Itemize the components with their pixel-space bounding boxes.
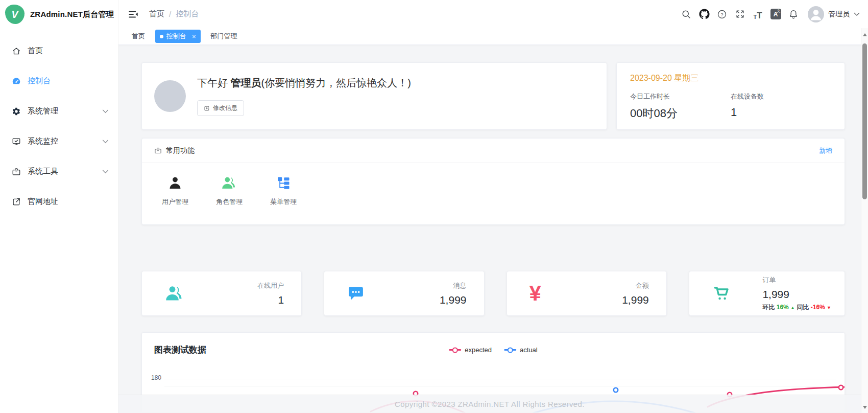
tab-home[interactable]: 首页	[129, 30, 148, 43]
github-icon[interactable]	[698, 9, 710, 20]
yen-glyph: ¥	[529, 283, 541, 304]
tab-label: 控制台	[166, 32, 186, 41]
font-size-icon[interactable]: TT	[752, 9, 763, 20]
sidebar-item-dashboard[interactable]: 控制台	[0, 66, 118, 96]
quick-functions-card: 常用功能 新增 用户管理 角色管理 菜单管理	[141, 138, 845, 225]
scrollbar-thumb[interactable]	[862, 43, 867, 199]
legend-item-actual[interactable]: actual	[504, 346, 538, 354]
stat-card-online-users[interactable]: 在线用户 1	[141, 271, 302, 316]
translate-icon[interactable]: A文	[770, 9, 781, 20]
work-duration-value: 00时08分	[630, 106, 731, 121]
svg-text:?: ?	[720, 11, 723, 17]
bell-icon[interactable]	[788, 9, 799, 20]
sidebar-fold-icon[interactable]	[128, 8, 140, 20]
chart-title: 图表测试数据	[154, 344, 206, 356]
tab-label: 首页	[132, 32, 145, 41]
breadcrumb-separator: /	[169, 10, 171, 18]
y-axis-tick: 180	[145, 374, 161, 381]
greeting-username: 管理员	[231, 77, 261, 88]
monitor-icon	[12, 137, 21, 146]
stat-card-amount[interactable]: ¥ 金额 1,999	[507, 271, 667, 316]
stats-row: 在线用户 1 消息 1,999 ¥ 金额 1,999	[141, 271, 845, 316]
work-duration: 今日工作时长 00时08分	[630, 92, 731, 121]
greeting-suffix: (你要悄悄努力，然后惊艳众人！)	[261, 77, 411, 88]
greeting-prefix: 下午好	[197, 77, 231, 88]
app-logo: V	[5, 5, 25, 24]
main-content: 下午好 管理员(你要悄悄努力，然后惊艳众人！) 修改信息 2023-09-20 …	[118, 45, 861, 413]
stat-value: 1,999	[440, 294, 467, 306]
vertical-scrollbar[interactable]	[861, 28, 868, 413]
stat-card-orders[interactable]: 订单 1,999 环比 16% ▲ 同比 -16% ▼	[689, 271, 845, 316]
quick-item-role-management[interactable]: 角色管理	[208, 173, 250, 206]
edit-button-label: 修改信息	[213, 104, 237, 112]
user-menu[interactable]: 管理员	[808, 6, 860, 22]
user-avatar-large[interactable]	[154, 80, 186, 112]
sidebar: V ZRAdmin.NET后台管理 首页 控制台 系统管理	[0, 0, 118, 413]
chevron-down-icon	[102, 109, 109, 113]
chevron-down-icon	[102, 170, 109, 174]
sidebar-item-system-monitor[interactable]: 系统监控	[0, 126, 118, 156]
briefcase-icon	[154, 147, 162, 154]
cart-icon	[712, 284, 734, 303]
fullscreen-icon[interactable]	[734, 9, 745, 20]
sidebar-item-system-tools[interactable]: 系统工具	[0, 156, 118, 187]
close-icon[interactable]: ×	[192, 33, 196, 40]
add-quick-function-link[interactable]: 新增	[819, 146, 832, 155]
sidebar-item-home[interactable]: 首页	[0, 36, 118, 66]
avatar	[808, 6, 824, 22]
help-icon[interactable]: ?	[716, 9, 728, 20]
font-size-big-t: T	[757, 11, 762, 20]
logo-letter: V	[11, 9, 18, 20]
stat-card-messages[interactable]: 消息 1,999	[324, 271, 484, 316]
sidebar-item-label: 系统管理	[28, 106, 95, 116]
sidebar-item-label: 系统监控	[28, 136, 95, 146]
sidebar-item-label: 控制台	[28, 76, 109, 86]
sidebar-item-system-management[interactable]: 系统管理	[0, 96, 118, 126]
header-actions: ? TT A文 管理员	[681, 6, 860, 22]
legend-label: actual	[520, 346, 538, 354]
breadcrumb-current: 控制台	[176, 9, 199, 19]
stat-label: 订单	[762, 276, 831, 285]
sidebar-menu: 首页 控制台 系统管理 系统监控	[0, 29, 118, 217]
scroll-up-arrow[interactable]	[861, 31, 868, 38]
tags-view-bar: 首页 控制台 × 部门管理	[118, 28, 868, 45]
quick-item-label: 用户管理	[154, 197, 196, 206]
tab-dashboard[interactable]: 控制台 ×	[155, 30, 201, 43]
breadcrumb-home[interactable]: 首页	[149, 9, 164, 19]
quick-item-label: 菜单管理	[262, 197, 304, 206]
breadcrumb: 首页 / 控制台	[149, 9, 199, 19]
chart-legend: expected actual	[449, 346, 537, 354]
quick-functions-title: 常用功能	[166, 146, 195, 155]
gridline	[164, 379, 836, 379]
font-size-small-t: T	[753, 14, 757, 20]
arrow-up-icon: ▲	[790, 305, 795, 310]
footer: Copyright ©2023 ZRAdmin.NET All Rights R…	[118, 395, 861, 413]
stat-value: 1,999	[622, 294, 649, 306]
today-date: 2023-09-20 星期三	[630, 73, 831, 84]
online-devices-label: 在线设备数	[731, 92, 831, 101]
legend-item-expected[interactable]: expected	[449, 346, 492, 354]
edit-info-button[interactable]: 修改信息	[197, 100, 244, 116]
search-icon[interactable]	[681, 9, 692, 20]
yen-icon: ¥	[529, 283, 552, 304]
toolbox-icon	[12, 167, 21, 176]
arrow-down-icon: ▼	[827, 305, 831, 310]
legend-marker-actual	[504, 349, 516, 351]
translate-sub-glyph: 文	[777, 9, 781, 14]
dashboard-icon	[12, 77, 21, 86]
edit-icon	[204, 105, 210, 111]
user-icon	[154, 173, 196, 191]
external-link-icon	[12, 197, 21, 206]
user-name: 管理员	[828, 10, 850, 19]
work-duration-label: 今日工作时长	[630, 92, 731, 101]
scroll-down-arrow[interactable]	[861, 404, 868, 411]
yoy-value: -16%	[811, 304, 825, 311]
gear-icon	[12, 107, 21, 116]
tab-department[interactable]: 部门管理	[208, 30, 240, 43]
sidebar-item-official-site[interactable]: 官网地址	[0, 187, 118, 217]
quick-item-user-management[interactable]: 用户管理	[154, 173, 196, 206]
app-logo-row[interactable]: V ZRAdmin.NET后台管理	[0, 0, 118, 29]
stat-label: 消息	[440, 281, 467, 290]
quick-item-menu-management[interactable]: 菜单管理	[262, 173, 304, 206]
greeting-text: 下午好 管理员(你要悄悄努力，然后惊艳众人！)	[197, 76, 411, 90]
